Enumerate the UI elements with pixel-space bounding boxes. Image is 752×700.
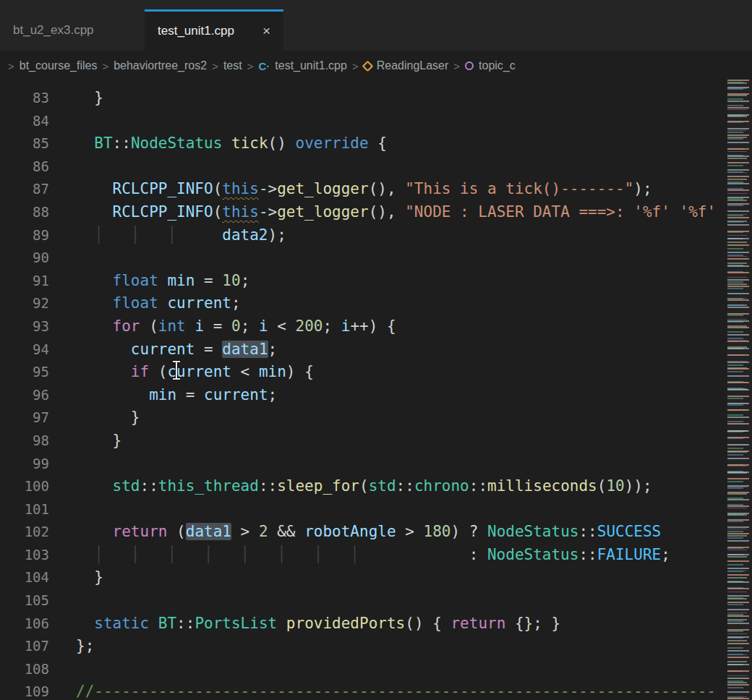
code-line[interactable]: 85 BT::NodeStatus tick() override { bbox=[0, 132, 752, 155]
line-number[interactable]: 88 bbox=[0, 201, 49, 224]
code-text: } bbox=[76, 406, 140, 430]
breadcrumb-label: test bbox=[223, 59, 242, 72]
line-number[interactable]: 90 bbox=[0, 247, 49, 270]
code-line[interactable]: 109//-----------------------------------… bbox=[0, 680, 752, 700]
line-number[interactable]: 98 bbox=[0, 430, 49, 453]
token: RCLCPP_INFO bbox=[113, 203, 213, 221]
line-number[interactable]: 102 bbox=[0, 521, 49, 544]
token: chrono bbox=[414, 477, 469, 495]
breadcrumb-item-test_unit1.cpp[interactable]: test_unit1.cpp bbox=[258, 59, 346, 72]
tab-test_unit1[interactable]: test_unit1.cpp × bbox=[145, 9, 283, 51]
breadcrumb-item-behaviortree_ros2[interactable]: behaviortree_ros2 bbox=[114, 59, 207, 72]
line-number[interactable]: 87 bbox=[0, 178, 49, 201]
token: current bbox=[204, 386, 268, 404]
token: for bbox=[113, 317, 140, 335]
token: > bbox=[231, 523, 259, 540]
line-number[interactable]: 105 bbox=[0, 589, 49, 612]
code-text: static BT::PortsList providedPorts() { r… bbox=[76, 612, 560, 636]
line-number[interactable]: 89 bbox=[0, 224, 49, 247]
line-number[interactable]: 91 bbox=[0, 270, 49, 293]
code-line[interactable]: 101 bbox=[0, 498, 752, 521]
line-number[interactable]: 109 bbox=[0, 680, 49, 700]
token: ; bbox=[268, 386, 278, 404]
token: ) { bbox=[286, 363, 314, 380]
token: = bbox=[176, 386, 204, 404]
code-line[interactable]: 93 for (int i = 0; i < 200; i++) { bbox=[0, 315, 752, 338]
token: } bbox=[76, 432, 121, 449]
code-line[interactable]: 95 if (current < min) { bbox=[0, 361, 752, 384]
line-number[interactable]: 92 bbox=[0, 292, 49, 315]
line-number[interactable]: 101 bbox=[0, 498, 49, 521]
token: PortsList bbox=[195, 615, 277, 632]
code-line[interactable]: 106 static BT::PortsList providedPorts()… bbox=[0, 612, 752, 636]
code-line[interactable]: 86 bbox=[0, 155, 752, 179]
code-text: current = data1; bbox=[76, 338, 277, 362]
close-tab-icon[interactable]: × bbox=[252, 23, 270, 39]
token: }; bbox=[76, 637, 94, 654]
token: │ │ │ │ │ │ │ │ bbox=[76, 546, 469, 563]
code-line[interactable]: 87 RCLCPP_INFO(this->get_logger(), "This… bbox=[0, 178, 752, 201]
code-text: } bbox=[76, 87, 103, 110]
tab-label: bt_u2_ex3.cpp bbox=[13, 23, 94, 38]
line-number[interactable]: 99 bbox=[0, 453, 49, 476]
line-number[interactable]: 104 bbox=[0, 566, 49, 589]
line-number[interactable]: 94 bbox=[0, 338, 49, 362]
code-line[interactable]: 97 } bbox=[0, 406, 752, 430]
vscode-window: bt_u2_ex3.cpp test_unit1.cpp × >bt_cours… bbox=[0, 0, 752, 700]
token: get_logger bbox=[277, 180, 368, 197]
token: ( bbox=[597, 477, 607, 495]
token: 2 bbox=[259, 523, 268, 540]
breadcrumb-item-ReadingLaser[interactable]: ReadingLaser bbox=[364, 59, 449, 72]
code-line[interactable]: 99 bbox=[0, 453, 752, 476]
line-number[interactable]: 95 bbox=[0, 361, 49, 384]
line-number[interactable]: 83 bbox=[0, 87, 49, 110]
code-line[interactable]: 104 } bbox=[0, 566, 752, 589]
breadcrumb-item-topic_c[interactable]: topic_c bbox=[465, 59, 516, 72]
token: std bbox=[113, 477, 140, 495]
code-line[interactable]: 84 bbox=[0, 110, 752, 133]
code-line[interactable]: 89 │ │ │ data2); bbox=[0, 224, 752, 247]
code-line[interactable]: 83 } bbox=[0, 87, 752, 110]
token: ); bbox=[633, 180, 651, 197]
token bbox=[158, 294, 168, 312]
token: () bbox=[268, 135, 296, 152]
breadcrumb-item-bt_course_files[interactable]: bt_course_files bbox=[20, 59, 98, 72]
code-line[interactable]: 92 float current; bbox=[0, 292, 752, 315]
code-line[interactable]: 91 float min = 10; bbox=[0, 270, 752, 293]
line-number[interactable]: 100 bbox=[0, 475, 49, 498]
code-line[interactable]: 100 std::this_thread::sleep_for(std::chr… bbox=[0, 475, 752, 498]
minimap[interactable] bbox=[727, 80, 752, 700]
token bbox=[76, 363, 131, 380]
line-number[interactable]: 85 bbox=[0, 132, 49, 155]
token: = bbox=[195, 341, 222, 358]
code-text: float min = 10; bbox=[76, 270, 249, 293]
code-line[interactable]: 88 RCLCPP_INFO(this->get_logger(), "NODE… bbox=[0, 201, 752, 224]
code-line[interactable]: 96 min = current; bbox=[0, 384, 752, 407]
code-line[interactable]: 105 bbox=[0, 589, 752, 612]
line-number[interactable]: 106 bbox=[0, 612, 49, 636]
token: = bbox=[204, 317, 231, 335]
line-number[interactable]: 107 bbox=[0, 635, 49, 658]
token bbox=[76, 272, 113, 289]
code-line[interactable]: 102 return (data1 > 2 && robotAngle > 18… bbox=[0, 521, 752, 544]
code-line[interactable]: 107}; bbox=[0, 635, 752, 658]
line-number[interactable]: 93 bbox=[0, 315, 49, 338]
breadcrumb-item-test[interactable]: test bbox=[223, 59, 242, 72]
code-line[interactable]: 98 } bbox=[0, 430, 752, 453]
code-editor[interactable]: 83 }8485 BT::NodeStatus tick() override … bbox=[0, 81, 752, 700]
tab-bt_u2_ex3[interactable]: bt_u2_ex3.cpp bbox=[0, 9, 145, 51]
line-number[interactable]: 108 bbox=[0, 658, 49, 681]
code-line[interactable]: 103 │ │ │ │ │ │ │ │ : NodeStatus::FAILUR… bbox=[0, 544, 752, 567]
code-line[interactable]: 94 current = data1; bbox=[0, 338, 752, 362]
code-line[interactable]: 108 bbox=[0, 658, 752, 681]
code-line[interactable]: 90 bbox=[0, 247, 752, 270]
token bbox=[76, 477, 113, 495]
line-number[interactable]: 103 bbox=[0, 544, 49, 567]
line-number[interactable]: 97 bbox=[0, 406, 49, 430]
token: BT bbox=[94, 135, 112, 152]
token: ++) { bbox=[350, 317, 396, 335]
line-number[interactable]: 96 bbox=[0, 384, 49, 407]
token: min bbox=[149, 386, 176, 404]
line-number[interactable]: 84 bbox=[0, 110, 49, 133]
line-number[interactable]: 86 bbox=[0, 155, 49, 179]
